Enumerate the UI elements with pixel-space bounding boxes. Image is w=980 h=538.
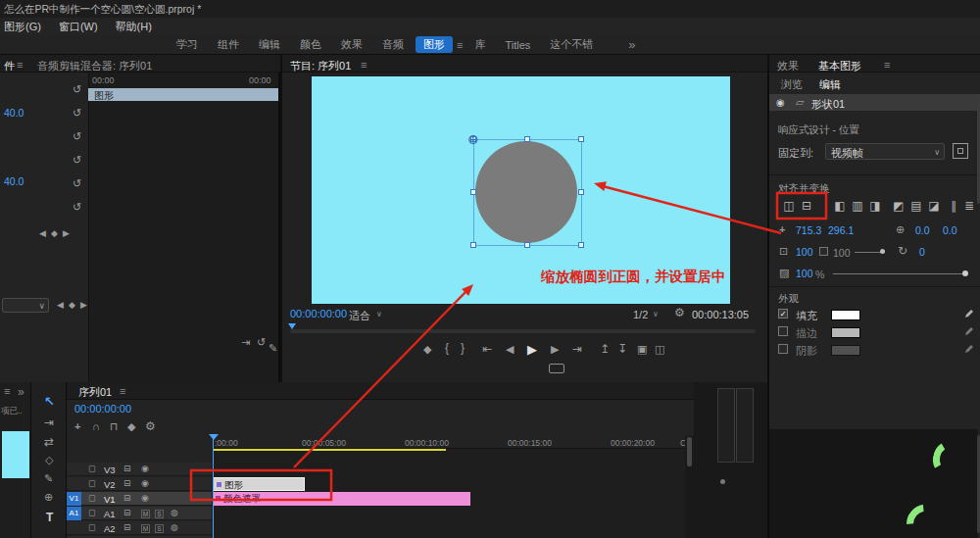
track-lock-icon[interactable]: ◻ xyxy=(88,479,95,488)
add-marker-icon[interactable]: ◆ xyxy=(127,421,135,432)
tab-browse[interactable]: 浏览 xyxy=(781,77,803,92)
reset-param-icon[interactable]: ↺ xyxy=(73,155,81,166)
track-lock-icon[interactable]: ◻ xyxy=(88,523,95,532)
timeline-playhead[interactable] xyxy=(213,436,214,538)
scale-slider-knob[interactable] xyxy=(880,249,885,254)
distribute-vertical-button[interactable]: ≣ xyxy=(961,198,977,214)
keyframe-next-icon[interactable]: ▶ xyxy=(63,229,70,238)
timeline-playhead-caret[interactable] xyxy=(209,434,219,440)
track-visibility-eye-icon[interactable]: ◉ xyxy=(141,494,149,503)
proxy-toggle-icon[interactable] xyxy=(549,364,564,373)
panel-overflow-icon[interactable]: » xyxy=(18,385,24,399)
snap-icon[interactable]: ∩ xyxy=(92,421,100,432)
program-timecode[interactable]: 00:00:00:00 xyxy=(290,308,347,319)
workspace-tab-assembly[interactable]: 组件 xyxy=(210,36,247,53)
keyframe-add-icon[interactable]: ◆ xyxy=(69,301,75,310)
param-value-1[interactable]: 40.0 xyxy=(4,108,24,119)
align-middle-button[interactable]: ▤ xyxy=(908,198,924,214)
program-scrollbar[interactable] xyxy=(290,329,756,333)
settings-wrench-icon[interactable]: ⚙ xyxy=(674,307,685,318)
workspace-tab-color[interactable]: 颜色 xyxy=(292,36,329,53)
tab-program-monitor[interactable]: 节目: 序列01 xyxy=(290,59,351,73)
menu-graphics[interactable]: 图形(G) xyxy=(4,20,41,34)
zoom-tool-icon[interactable]: ⊕ xyxy=(44,492,53,503)
position-y-value[interactable]: 296.1 xyxy=(828,225,854,236)
sync-lock-icon[interactable]: ⊟ xyxy=(123,509,131,517)
panel-menu-icon[interactable]: ≡ xyxy=(120,385,125,397)
track-name[interactable]: V2 xyxy=(104,479,116,490)
panel-menu-icon[interactable]: ≡ xyxy=(4,385,10,397)
reset-param-icon[interactable]: ↺ xyxy=(73,131,81,142)
step-back-icon[interactable]: ◀ xyxy=(506,344,514,355)
tab-sequence[interactable]: 序列01 xyxy=(78,385,112,400)
step-forward-icon[interactable]: ▶ xyxy=(551,344,559,355)
opacity-slider[interactable] xyxy=(833,273,966,274)
distribute-horizontal-button[interactable]: ∥ xyxy=(946,198,961,214)
track-visibility-eye-icon[interactable]: ◉ xyxy=(141,465,149,473)
opacity-value[interactable]: 100 xyxy=(796,269,813,279)
reset-param-icon[interactable]: ↺ xyxy=(73,84,81,95)
selection-handle[interactable] xyxy=(578,136,584,142)
razor-tool-icon[interactable]: ◇ xyxy=(45,455,53,465)
keyframe-prev-icon[interactable]: ◀ xyxy=(39,229,46,238)
clip-graphic[interactable]: 图形 xyxy=(213,477,305,491)
go-to-in-icon[interactable]: ⇤ xyxy=(482,343,492,355)
selection-handle[interactable] xyxy=(470,189,476,195)
sync-lock-icon[interactable]: ⊟ xyxy=(123,465,131,473)
position-x-value[interactable]: 715.3 xyxy=(796,225,821,236)
track-lock-icon[interactable]: ◻ xyxy=(88,465,95,473)
panel-menu-icon[interactable]: ≡ xyxy=(361,59,367,71)
type-tool-icon[interactable]: T xyxy=(46,511,53,524)
align-right-button[interactable]: ◨ xyxy=(867,198,883,214)
reset-icon[interactable]: ↺ xyxy=(257,337,266,348)
panel-menu-icon[interactable]: ≡ xyxy=(884,59,890,71)
fill-color-swatch[interactable] xyxy=(831,310,860,320)
workspace-menu-icon[interactable]: ≡ xyxy=(457,39,463,51)
export-frame-icon[interactable]: ▣ xyxy=(637,344,647,355)
workspace-tab-libraries[interactable]: 库 xyxy=(466,36,493,53)
layer-name[interactable]: 形状01 xyxy=(811,97,845,112)
pen-icon[interactable]: ✎ xyxy=(269,343,277,354)
tab-audio-clip-mixer[interactable]: 音频剪辑混合器: 序列01 xyxy=(37,59,152,73)
sync-lock-icon[interactable]: ⊟ xyxy=(123,494,131,503)
keyframe-prev-icon[interactable]: ◀ xyxy=(57,301,64,310)
align-center-button[interactable]: ▥ xyxy=(850,198,865,214)
stroke-checkbox[interactable] xyxy=(778,326,788,336)
align-left-button[interactable]: ◧ xyxy=(832,198,848,214)
fill-checkbox[interactable]: ✓ xyxy=(778,309,788,318)
reset-param-icon[interactable]: ↺ xyxy=(73,202,81,213)
source-patch[interactable] xyxy=(67,521,81,535)
source-patch-v1[interactable]: V1 xyxy=(67,492,81,506)
scrollbar-thumb[interactable] xyxy=(687,437,692,466)
project-item-thumbnail[interactable] xyxy=(2,431,29,478)
timeline-timecode[interactable]: 00:00:00:00 xyxy=(74,403,131,415)
reset-param-icon[interactable]: ↺ xyxy=(73,178,81,189)
layer-visibility-eye-icon[interactable]: ◉ xyxy=(776,97,785,108)
tab-effect-controls[interactable]: 件 xyxy=(4,59,15,73)
align-horizontal-center-button[interactable]: ◫ xyxy=(781,198,797,214)
rotation-value[interactable]: 0 xyxy=(919,247,925,258)
workspace-overflow-icon[interactable]: » xyxy=(628,37,635,52)
go-to-out-icon[interactable]: ⇥ xyxy=(572,343,582,355)
work-area-bar[interactable] xyxy=(213,449,446,451)
workspace-tab-audio[interactable]: 音频 xyxy=(374,36,412,53)
workspace-tab-learn[interactable]: 学习 xyxy=(169,36,206,53)
selection-handle[interactable] xyxy=(470,242,476,248)
zoom-level-dropdown[interactable]: 适合 xyxy=(349,309,370,323)
selection-handle[interactable] xyxy=(524,136,530,142)
anchor-x-value[interactable]: 0.0 xyxy=(915,225,930,236)
nest-toggle-icon[interactable]: + xyxy=(74,421,80,432)
menu-window[interactable]: 窗口(W) xyxy=(59,20,98,34)
opacity-slider-knob[interactable] xyxy=(962,270,968,276)
workspace-tab-titles[interactable]: Titles xyxy=(497,38,538,52)
add-marker-icon[interactable]: ◆ xyxy=(423,344,431,355)
selection-bounding-box[interactable] xyxy=(473,139,582,246)
eyedropper-icon[interactable] xyxy=(964,343,975,354)
track-select-tool-icon[interactable]: ⇥ xyxy=(44,416,54,428)
mute-button[interactable]: M xyxy=(141,524,150,533)
track-name[interactable]: V1 xyxy=(104,494,116,505)
anchor-point-icon[interactable]: ⊕ xyxy=(467,131,479,147)
stroke-color-swatch[interactable] xyxy=(831,327,860,338)
comparison-view-icon[interactable]: ◫ xyxy=(655,344,664,355)
pin-to-dropdown[interactable]: 视频帧 ∨ xyxy=(825,143,945,160)
